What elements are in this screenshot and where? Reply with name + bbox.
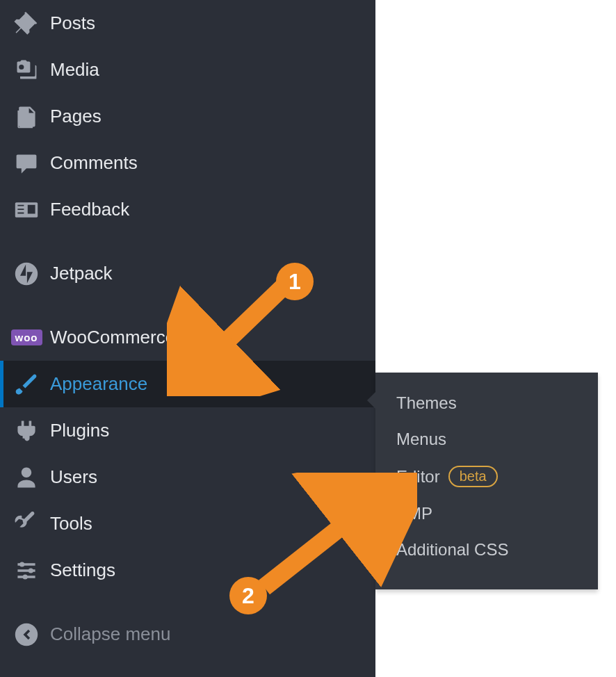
user-icon [14,465,39,490]
woo-badge: woo [11,329,42,345]
sidebar-item-label: Feedback [50,199,129,220]
admin-sidebar: Posts Media Pages Comments Feedback Jetp… [0,0,375,677]
sidebar-item-users[interactable]: Users [0,454,375,500]
flyout-item-themes[interactable]: Themes [375,385,598,421]
sidebar-item-settings[interactable]: Settings [0,547,375,594]
flyout-item-label: Additional CSS [396,540,508,560]
pin-icon [14,11,39,36]
sidebar-item-label: Users [50,466,97,488]
sidebar-item-label: Appearance [50,373,147,395]
menu-separator [0,297,375,314]
plug-icon [14,418,39,443]
sidebar-item-media[interactable]: Media [0,47,375,93]
annotation-step-1: 1 [276,263,314,300]
collapse-label: Collapse menu [50,623,170,645]
flyout-item-label: AMP [396,504,432,523]
svg-point-2 [29,568,33,573]
svg-point-0 [15,262,38,284]
menu-separator [0,594,375,611]
sidebar-item-label: Plugins [50,420,109,441]
sliders-icon [14,558,39,583]
woocommerce-icon: woo [14,325,39,350]
wrench-icon [14,512,39,537]
sidebar-item-plugins[interactable]: Plugins [0,407,375,454]
flyout-item-additional-css[interactable]: Additional CSS [375,532,598,568]
sidebar-item-label: Settings [50,560,115,581]
sidebar-item-posts[interactable]: Posts [0,0,375,47]
sidebar-item-woocommerce[interactable]: woo WooCommerce [0,314,375,361]
sidebar-item-label: Comments [50,152,138,174]
sidebar-item-label: WooCommerce [50,327,175,348]
appearance-flyout: Themes Menus Editor beta AMP Additional … [375,373,598,589]
feedback-icon [14,197,39,222]
flyout-item-label: Editor [396,467,440,487]
annotation-step-2: 2 [229,577,267,614]
collapse-icon [14,622,39,647]
sidebar-item-tools[interactable]: Tools [0,500,375,547]
sidebar-item-appearance[interactable]: Appearance [0,361,375,407]
pages-icon [14,104,39,129]
media-icon [14,58,39,83]
sidebar-item-label: Pages [50,106,102,127]
flyout-pointer [367,391,377,410]
collapse-menu-button[interactable]: Collapse menu [0,611,375,658]
brush-icon [14,372,39,397]
sidebar-item-label: Jetpack [50,263,113,284]
flyout-item-amp[interactable]: AMP [375,496,598,532]
flyout-item-label: Themes [396,393,457,413]
menu-separator [0,233,375,250]
jetpack-icon [14,261,39,286]
flyout-item-label: Menus [396,430,446,449]
beta-badge: beta [448,466,498,487]
sidebar-item-comments[interactable]: Comments [0,140,375,186]
svg-point-1 [19,562,24,566]
sidebar-item-jetpack[interactable]: Jetpack [0,250,375,297]
sidebar-item-label: Tools [50,513,92,535]
flyout-item-editor[interactable]: Editor beta [375,457,598,496]
sidebar-item-pages[interactable]: Pages [0,93,375,140]
sidebar-item-label: Posts [50,13,95,34]
sidebar-item-label: Media [50,59,99,81]
flyout-item-menus[interactable]: Menus [375,421,598,457]
svg-point-3 [23,574,28,579]
sidebar-item-feedback[interactable]: Feedback [0,186,375,233]
comment-icon [14,151,39,176]
